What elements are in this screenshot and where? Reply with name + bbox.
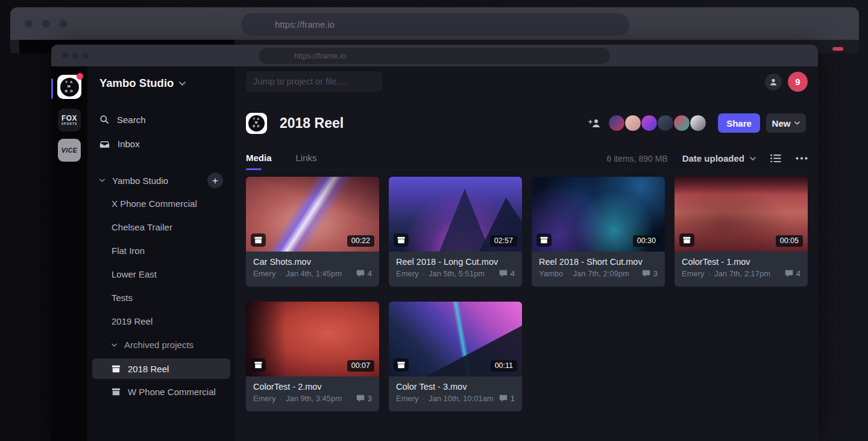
archive-box-icon (683, 236, 691, 244)
media-grid: 00:22 Car Shots.mov Emery · Jan 4th, 1:4… (246, 177, 808, 411)
media-card[interactable]: 00:05 ColorTest - 1.mov Emery · Jan 7th,… (675, 177, 808, 287)
media-card[interactable]: 00:11 Color Test - 3.mov Emery · Jan 10t… (389, 302, 522, 411)
media-card[interactable]: 00:22 Car Shots.mov Emery · Jan 4th, 1:4… (246, 177, 379, 287)
ellipsis-icon (796, 157, 808, 160)
video-thumbnail[interactable]: 00:11 (389, 302, 522, 376)
sidebar-nav: Search Inbox (87, 107, 235, 156)
comment-count[interactable]: 3 (356, 394, 372, 403)
workspace-fox-sports[interactable]: FOX SPORTS (58, 109, 81, 132)
uploader-name: Emery (396, 394, 419, 403)
sidebar-item-inbox[interactable]: Inbox (87, 132, 235, 156)
active-workspace-indicator (51, 78, 53, 99)
project-tree-header[interactable]: Yambo Studio + (87, 169, 235, 192)
comment-count[interactable]: 4 (499, 269, 515, 278)
video-thumbnail[interactable]: 00:07 (246, 302, 379, 376)
video-thumbnail[interactable]: 00:05 (675, 177, 808, 252)
chevron-down-icon (179, 81, 186, 86)
meta-separator: · (423, 269, 425, 278)
notifications-badge[interactable]: 9 (788, 72, 808, 92)
items-summary: 6 items, 890 MB (606, 154, 667, 163)
sidebar-archived-item[interactable]: W Phone Commercial (87, 380, 235, 404)
archived-projects-header[interactable]: Archived projects (87, 333, 235, 357)
file-meta: Emery · Jan 7th, 2:17pm 4 (682, 269, 800, 278)
sidebar-project-item[interactable]: Lower East (87, 262, 235, 286)
video-thumbnail[interactable]: 00:30 (532, 177, 665, 252)
workspace-yambo[interactable]: Y A M B O (57, 75, 81, 99)
video-thumbnail[interactable]: 00:22 (246, 177, 379, 252)
minimize-window-button[interactable] (42, 20, 50, 28)
comment-count[interactable]: 4 (356, 269, 372, 278)
avatar[interactable] (624, 115, 641, 132)
sidebar-project-item[interactable]: 2019 Reel (87, 309, 235, 333)
minimize-window-button[interactable] (72, 52, 78, 59)
sidebar-item-search[interactable]: Search (87, 107, 235, 132)
archive-chip (251, 358, 266, 372)
sidebar-project-item[interactable]: Chelsea Trailer (87, 215, 235, 239)
upload-date: Jan 5th, 5:51pm (429, 269, 485, 278)
tab-links[interactable]: Links (296, 153, 317, 164)
project-header: Y A M B O 2018 Reel Share New (246, 111, 806, 135)
archive-box-icon (254, 236, 262, 244)
add-project-button[interactable]: + (207, 173, 223, 188)
avatar[interactable] (641, 115, 658, 132)
tabs-toolbar-row: Media Links 6 items, 890 MB Date uploade… (246, 147, 808, 170)
archive-box-icon (112, 388, 121, 396)
comment-count[interactable]: 1 (499, 394, 515, 403)
vice-logo: VICE (61, 147, 78, 154)
jump-to-input[interactable] (246, 71, 382, 92)
tab-media[interactable]: Media (246, 153, 272, 164)
avatar[interactable] (673, 115, 690, 132)
upload-date: Jan 7th, 2:09pm (573, 269, 629, 278)
maximize-window-button[interactable] (83, 52, 89, 59)
project-icon: Y A M B O (246, 113, 267, 134)
sidebar-project-item[interactable]: Flat Iron (87, 239, 235, 262)
sidebar-archived-item[interactable]: 2018 Reel (92, 358, 230, 379)
file-meta: Emery · Jan 9th, 3:45pm 3 (253, 394, 372, 403)
maximize-window-button[interactable] (60, 20, 68, 28)
new-button[interactable]: New (766, 113, 806, 133)
inner-url-bar[interactable]: https://frame.io (259, 48, 610, 64)
avatar[interactable] (608, 115, 625, 132)
frameio-app: Y A M B O FOX SPORTS VICE Yambo Studio (51, 66, 818, 441)
outer-notification-peek (832, 47, 843, 51)
archive-box-icon (540, 236, 548, 244)
sidebar-item-label: Inbox (118, 139, 140, 149)
sort-dropdown[interactable]: Date uploaded (682, 153, 756, 163)
avatar[interactable] (657, 115, 674, 132)
share-button[interactable]: Share (718, 113, 760, 133)
person-icon (769, 78, 778, 86)
archived-header-label: Archived projects (124, 340, 193, 350)
project-header-actions: Share New (588, 113, 806, 133)
close-window-button[interactable] (62, 52, 68, 59)
tree-header-label: Yambo Studio (112, 176, 168, 186)
media-card[interactable]: 00:07 ColorTest - 2.mov Emery · Jan 9th,… (246, 302, 379, 411)
outer-url-bar[interactable]: https://frame.io (241, 13, 629, 36)
comment-count[interactable]: 4 (785, 269, 800, 278)
comment-count-value: 4 (796, 269, 800, 278)
add-member-button[interactable] (588, 118, 602, 128)
file-meta: Emery · Jan 10th, 10:01am 1 (396, 394, 515, 403)
sidebar-project-item[interactable]: Tests (87, 286, 235, 309)
archive-box-icon (397, 236, 405, 244)
more-options-button[interactable] (796, 157, 808, 160)
workspace-vice[interactable]: VICE (58, 139, 81, 162)
meta-separator: · (567, 269, 569, 278)
close-window-button[interactable] (25, 20, 33, 28)
file-name: Car Shots.mov (253, 257, 372, 267)
avatar[interactable] (690, 115, 706, 132)
sort-label: Date uploaded (682, 153, 744, 163)
list-view-button[interactable] (770, 154, 781, 163)
yambo-monogram-line: Y A (65, 80, 73, 84)
comment-count[interactable]: 3 (642, 269, 658, 278)
uploader-name: Emery (682, 269, 705, 278)
media-card[interactable]: 02:57 Reel 2018 - Long Cut.mov Emery · J… (389, 177, 522, 287)
media-card[interactable]: 00:30 Reel 2018 - Short Cut.mov Yambo · … (532, 177, 665, 287)
workspace-switcher[interactable]: Yambo Studio (87, 66, 235, 90)
sidebar-item-label: 2018 Reel (128, 364, 169, 374)
account-button[interactable] (765, 74, 782, 90)
yambo-monogram-line: B O (253, 125, 260, 128)
video-thumbnail[interactable]: 02:57 (389, 177, 522, 252)
main-content: 9 Y A M B O 2018 Reel Share (235, 66, 818, 441)
sidebar-project-item[interactable]: X Phone Commercial (87, 192, 235, 215)
archive-chip (536, 233, 552, 247)
